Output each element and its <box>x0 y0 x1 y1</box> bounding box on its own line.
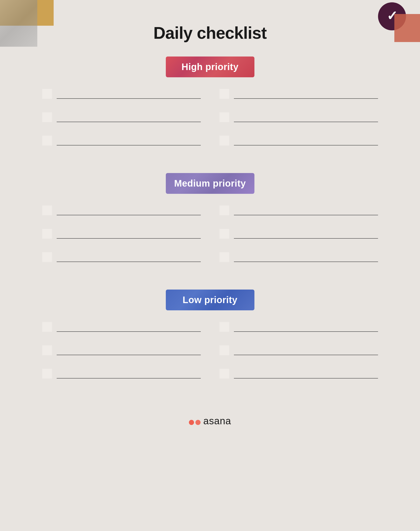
list-item <box>219 89 378 101</box>
medium-priority-col-left <box>42 206 201 275</box>
list-item <box>42 136 201 147</box>
item-line <box>57 331 201 332</box>
asana-logo: asana <box>189 415 231 427</box>
medium-priority-columns <box>24 206 397 275</box>
checkbox[interactable] <box>42 345 52 355</box>
checkbox[interactable] <box>219 252 229 262</box>
item-line <box>234 145 378 145</box>
list-item <box>42 252 201 264</box>
checkbox[interactable] <box>219 206 229 215</box>
item-line <box>234 261 378 262</box>
asana-dot-right <box>195 420 201 425</box>
item-line <box>234 122 378 122</box>
list-item <box>42 322 201 334</box>
low-priority-columns <box>24 322 397 392</box>
list-item <box>42 112 201 124</box>
checkbox[interactable] <box>42 322 52 332</box>
list-item <box>219 112 378 124</box>
high-priority-col-right <box>219 89 378 159</box>
low-priority-banner: Low priority <box>166 290 255 310</box>
low-priority-col-left <box>42 322 201 392</box>
asana-dot-left <box>189 420 194 425</box>
item-line <box>57 355 201 355</box>
checkbox[interactable] <box>42 206 52 215</box>
list-item <box>219 206 378 217</box>
list-item <box>42 369 201 380</box>
item-line <box>234 98 378 99</box>
list-item <box>42 345 201 357</box>
checkbox[interactable] <box>42 112 52 122</box>
medium-priority-section: Medium priority <box>24 173 397 275</box>
checkbox[interactable] <box>219 112 229 122</box>
checkbox[interactable] <box>219 229 229 239</box>
item-line <box>234 355 378 355</box>
checkbox[interactable] <box>42 369 52 379</box>
deco-coral <box>394 14 420 42</box>
deco-photo <box>0 0 37 47</box>
checkbox[interactable] <box>42 252 52 262</box>
asana-dots <box>189 417 201 425</box>
item-line <box>234 378 378 379</box>
high-priority-section: High priority <box>24 57 397 159</box>
list-item <box>42 89 201 101</box>
footer: asana <box>0 406 420 438</box>
list-item <box>42 206 201 217</box>
list-item <box>219 322 378 334</box>
list-item <box>42 229 201 241</box>
checkbox[interactable] <box>219 369 229 379</box>
low-priority-section: Low priority <box>24 290 397 392</box>
checkbox[interactable] <box>219 89 229 99</box>
list-item <box>219 369 378 380</box>
checkbox[interactable] <box>219 345 229 355</box>
list-item <box>219 345 378 357</box>
item-line <box>57 378 201 379</box>
list-item <box>219 136 378 147</box>
high-priority-banner: High priority <box>166 57 255 77</box>
low-priority-col-right <box>219 322 378 392</box>
item-line <box>57 145 201 145</box>
item-line <box>57 261 201 262</box>
checkbox[interactable] <box>42 89 52 99</box>
high-priority-col-left <box>42 89 201 159</box>
item-line <box>234 238 378 239</box>
page-title: Daily checklist <box>0 0 420 43</box>
checkbox[interactable] <box>42 229 52 239</box>
checkbox[interactable] <box>219 322 229 332</box>
page-container: ✓ Daily checklist High priority <box>0 0 420 531</box>
medium-priority-banner: Medium priority <box>166 173 255 194</box>
item-line <box>234 331 378 332</box>
high-priority-columns <box>24 89 397 159</box>
item-line <box>57 215 201 215</box>
medium-priority-col-right <box>219 206 378 275</box>
item-line <box>57 122 201 122</box>
item-line <box>234 215 378 215</box>
item-line <box>57 98 201 99</box>
list-item <box>219 252 378 264</box>
brand-name: asana <box>203 415 231 427</box>
list-item <box>219 229 378 241</box>
checkbox[interactable] <box>42 136 52 145</box>
checkbox[interactable] <box>219 136 229 145</box>
item-line <box>57 238 201 239</box>
